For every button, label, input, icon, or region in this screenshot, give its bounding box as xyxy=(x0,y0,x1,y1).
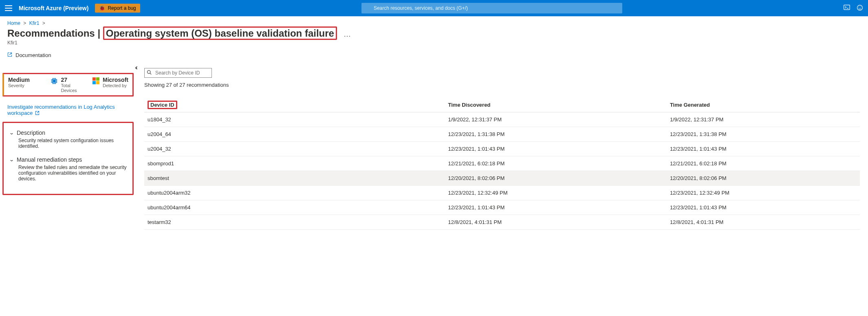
cell-device-id: u2004_64 xyxy=(144,127,445,142)
severity-value: Medium xyxy=(8,77,30,83)
table-row[interactable]: sbomtest12/20/2021, 8:02:06 PM12/20/2021… xyxy=(144,171,860,186)
table-row[interactable]: u2004_3212/23/2021, 1:01:43 PM12/23/2021… xyxy=(144,142,860,156)
svg-point-3 xyxy=(857,5,863,10)
external-link-icon xyxy=(7,52,12,58)
cell-time-generated: 12/23/2021, 12:32:49 PM xyxy=(667,186,860,200)
metric-severity: Medium Severity xyxy=(4,74,46,95)
cell-time-discovered: 12/21/2021, 6:02:18 PM xyxy=(445,156,667,171)
azure-topbar: Microsoft Azure (Preview) 🐞 Report a bug xyxy=(0,0,868,16)
cell-device-id: testarm32 xyxy=(144,215,445,230)
detected-label: Detected by xyxy=(103,83,128,88)
col-device-id[interactable]: Device ID xyxy=(144,99,445,112)
cell-time-discovered: 12/23/2021, 1:01:43 PM xyxy=(445,142,667,156)
breadcrumb-sep: > xyxy=(42,20,45,26)
devices-value: 27 xyxy=(61,77,85,83)
info-box: ⌄ Description Security related system co… xyxy=(2,122,134,195)
feedback-icon[interactable] xyxy=(857,4,863,12)
bug-icon: 🐞 xyxy=(99,5,105,11)
cell-time-generated: 12/23/2021, 1:01:43 PM xyxy=(667,142,860,156)
cloud-shell-icon[interactable] xyxy=(844,4,850,12)
col-time-generated[interactable]: Time Generated xyxy=(667,99,860,112)
cell-device-id: sbomtest xyxy=(144,171,445,186)
cell-time-generated: 1/9/2022, 12:31:37 PM xyxy=(667,112,860,127)
collapse-panel-icon[interactable]: ‹‹ xyxy=(135,64,136,71)
cell-device-id: sbomprod1 xyxy=(144,156,445,171)
cell-time-generated: 12/23/2021, 1:01:43 PM xyxy=(667,200,860,215)
brand-label[interactable]: Microsoft Azure (Preview) xyxy=(19,5,88,11)
remediation-title: Manual remediation steps xyxy=(17,156,82,163)
title-more-button[interactable]: … xyxy=(340,30,351,39)
cell-device-id: u2004_32 xyxy=(144,142,445,156)
remediation-body: Review the failed rules and remediate th… xyxy=(9,165,127,187)
description-header[interactable]: ⌄ Description xyxy=(9,127,127,138)
showing-count: Showing 27 of 27 recommendations xyxy=(144,82,860,88)
page-title: Recommendations | Operating system (OS) … xyxy=(7,28,337,39)
investigate-link-row: Investigate recommendations in Log Analy… xyxy=(1,101,134,122)
cell-time-discovered: 12/20/2021, 8:02:06 PM xyxy=(445,171,667,186)
cell-time-discovered: 12/23/2021, 1:01:43 PM xyxy=(445,200,667,215)
metric-total-devices: 27 Total Devices xyxy=(46,74,89,95)
cell-device-id: ubuntu2004arm32 xyxy=(144,186,445,200)
remediation-header[interactable]: ⌄ Manual remediation steps xyxy=(9,154,127,165)
breadcrumb-home[interactable]: Home xyxy=(7,20,20,26)
col-time-discovered[interactable]: Time Discovered xyxy=(445,99,667,112)
description-title: Description xyxy=(17,129,45,136)
search-icon xyxy=(147,70,152,76)
detected-value: Microsoft xyxy=(103,77,128,83)
cell-time-generated: 12/21/2021, 6:02:18 PM xyxy=(667,156,860,171)
table-row[interactable]: testarm3212/8/2021, 4:01:31 PM12/8/2021,… xyxy=(144,215,860,230)
svg-rect-5 xyxy=(53,80,55,82)
chevron-down-icon: ⌄ xyxy=(9,157,14,162)
cell-time-discovered: 12/8/2021, 4:01:31 PM xyxy=(445,215,667,230)
svg-point-18 xyxy=(148,70,151,74)
table-row[interactable]: ubuntu2004arm6412/23/2021, 1:01:43 PM12/… xyxy=(144,200,860,215)
right-panel: Showing 27 of 27 recommendations Device … xyxy=(138,66,866,230)
breadcrumb: Home > Kfir1 > xyxy=(0,16,868,28)
topbar-right-icons xyxy=(844,4,863,12)
page-subtitle: Kfir1 xyxy=(0,39,868,50)
table-row[interactable]: ubuntu2004arm3212/23/2021, 12:32:49 PM12… xyxy=(144,186,860,200)
microsoft-logo-icon xyxy=(93,77,99,84)
breadcrumb-item[interactable]: Kfir1 xyxy=(29,20,40,26)
global-search-wrap xyxy=(147,3,837,13)
metrics-row: Medium Severity 27 Total Devices Microso… xyxy=(2,73,134,97)
description-body: Security related system configuration is… xyxy=(9,138,127,154)
cell-device-id: u1804_32 xyxy=(144,112,445,127)
cell-time-generated: 12/8/2021, 4:01:31 PM xyxy=(667,215,860,230)
hamburger-icon[interactable] xyxy=(5,5,12,11)
chevron-down-icon: ⌄ xyxy=(9,130,14,136)
investigate-link-label: Investigate recommendations in Log Analy… xyxy=(7,104,115,116)
svg-rect-2 xyxy=(844,5,850,9)
device-search-wrap xyxy=(144,68,860,78)
cell-time-generated: 12/20/2021, 8:02:06 PM xyxy=(667,171,860,186)
device-search-input[interactable] xyxy=(144,68,212,78)
global-search-input[interactable] xyxy=(361,3,622,13)
documentation-label: Documentation xyxy=(15,52,51,58)
severity-label: Severity xyxy=(8,83,30,88)
cell-time-discovered: 12/23/2021, 1:31:38 PM xyxy=(445,127,667,142)
svg-line-19 xyxy=(150,73,151,75)
cell-time-discovered: 12/23/2021, 12:32:49 PM xyxy=(445,186,667,200)
cell-time-generated: 12/23/2021, 1:31:38 PM xyxy=(667,127,860,142)
main-split: ‹‹ Medium Severity 27 Total Devices xyxy=(0,66,868,230)
chip-icon xyxy=(51,77,58,85)
table-row[interactable]: sbomprod112/21/2021, 6:02:18 PM12/21/202… xyxy=(144,156,860,171)
title-highlight: Operating system (OS) baseline validatio… xyxy=(103,26,337,40)
col-device-id-label: Device ID xyxy=(148,101,177,109)
report-bug-button[interactable]: 🐞 Report a bug xyxy=(95,4,140,13)
cell-time-discovered: 1/9/2022, 12:31:37 PM xyxy=(445,112,667,127)
title-prefix: Recommendations | xyxy=(7,28,103,39)
table-row[interactable]: u2004_6412/23/2021, 1:31:38 PM12/23/2021… xyxy=(144,127,860,142)
metric-detected-by: Microsoft Detected by xyxy=(88,74,132,95)
investigate-link[interactable]: Investigate recommendations in Log Analy… xyxy=(7,104,115,116)
left-panel: ‹‹ Medium Severity 27 Total Devices xyxy=(0,66,138,230)
breadcrumb-sep: > xyxy=(23,20,26,26)
devices-label: Total Devices xyxy=(61,83,85,93)
page-title-row: Recommendations | Operating system (OS) … xyxy=(0,28,868,39)
report-bug-label: Report a bug xyxy=(108,5,136,11)
cell-device-id: ubuntu2004arm64 xyxy=(144,200,445,215)
documentation-link[interactable]: Documentation xyxy=(0,50,868,66)
recommendations-table: Device ID Time Discovered Time Generated… xyxy=(144,99,860,230)
table-row[interactable]: u1804_321/9/2022, 12:31:37 PM1/9/2022, 1… xyxy=(144,112,860,127)
